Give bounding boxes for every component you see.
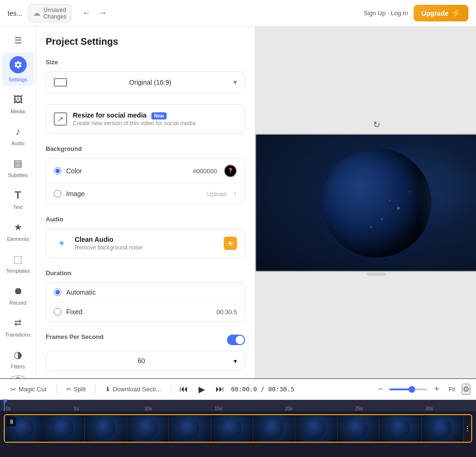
- ruler-mark-30s: 30s: [426, 406, 433, 411]
- magic-icon: ✂: [10, 386, 16, 393]
- automatic-radio[interactable]: [54, 288, 61, 296]
- magic-cut-button[interactable]: ✂ Magic Cut: [6, 383, 51, 396]
- sidebar-item-audio[interactable]: ♪ Audio: [2, 120, 34, 150]
- redo-button[interactable]: →: [95, 6, 109, 20]
- size-dropdown[interactable]: Original (16:9) ▾: [46, 71, 245, 93]
- fps-section-label: Frames Per Second: [46, 333, 103, 340]
- hamburger-button[interactable]: ☰: [10, 30, 27, 50]
- zoom-out-button[interactable]: −: [375, 383, 386, 395]
- resize-card[interactable]: ↗ Resize for social media New Create new…: [46, 104, 245, 134]
- sidebar-item-text[interactable]: T Text: [2, 184, 34, 214]
- help-button[interactable]: ?: [10, 375, 27, 378]
- color-swatch[interactable]: 📍: [224, 164, 237, 178]
- zoom-in-button[interactable]: +: [431, 383, 442, 395]
- log-in-link[interactable]: Log In: [391, 10, 408, 17]
- playhead: [4, 400, 5, 411]
- resize-description: Create new version of this video for soc…: [73, 120, 196, 127]
- sidebar-item-media[interactable]: 🖼 Media: [2, 88, 34, 118]
- track-frame-2: [85, 415, 127, 442]
- clean-audio-upgrade-button[interactable]: +: [224, 237, 237, 250]
- color-radio[interactable]: [54, 167, 61, 175]
- upload-button[interactable]: Upload: [207, 190, 227, 198]
- time-display: 00:00.0 / 00:30.5: [231, 386, 294, 393]
- color-row: Color #000000 📍: [46, 159, 245, 183]
- upgrade-label: Upgrade: [421, 10, 448, 17]
- sidebar-item-record[interactable]: ⏺ Record: [2, 279, 34, 309]
- resize-handle[interactable]: [367, 273, 386, 276]
- split-button[interactable]: ✂ Split: [61, 383, 90, 395]
- track-frame-3: [127, 415, 169, 442]
- play-pause-button[interactable]: ▶: [195, 382, 209, 397]
- playhead-head: [2, 399, 8, 403]
- text-icon: T: [10, 188, 26, 203]
- total-time: 00:30.5: [268, 386, 294, 393]
- current-time: 00:00.0: [231, 386, 257, 393]
- fps-section: Frames Per Second 60 ▾: [46, 333, 245, 371]
- split-label: Split: [74, 386, 86, 393]
- resize-icon: ↗: [54, 112, 67, 126]
- next-button[interactable]: ⏭: [213, 382, 227, 397]
- duration-section-label: Duration: [46, 269, 245, 277]
- topbar-nav: ← →: [79, 6, 109, 20]
- undo-button[interactable]: ←: [79, 6, 93, 20]
- upgrade-button[interactable]: Upgrade ⚡: [414, 5, 468, 21]
- track-thumbnail: ⏸: [5, 415, 43, 442]
- fps-dropdown[interactable]: 60 ▾: [46, 351, 245, 371]
- sidebar-media-label: Media: [11, 109, 25, 114]
- sign-up-link[interactable]: Sign Up: [364, 10, 386, 17]
- fixed-radio[interactable]: [54, 308, 61, 316]
- divider: [171, 385, 172, 394]
- track-end-handle[interactable]: ⋮: [464, 415, 471, 442]
- zoom-slider[interactable]: [389, 388, 427, 390]
- audio-section-label: Audio: [46, 216, 245, 223]
- image-row: Image Upload ↑: [46, 184, 245, 204]
- duration-section: Duration Automatic Fixed 00:30.5: [46, 269, 245, 322]
- download-section-label: Download Secti…: [113, 386, 162, 393]
- sidebar-item-transitions[interactable]: ⇄ Transitions: [2, 311, 34, 341]
- timeline-settings-button[interactable]: ⚙: [462, 384, 470, 395]
- fps-value: 60: [54, 357, 229, 365]
- sidebar-subtitles-label: Subtitles: [8, 172, 28, 178]
- drag-handle-icon: ⋮: [464, 425, 471, 432]
- fixed-value: 00:30.5: [217, 308, 237, 316]
- ruler-mark-0s: 0s: [6, 406, 11, 411]
- download-section-button[interactable]: ⬇ Download Secti…: [100, 383, 167, 395]
- topbar-filename: tes...: [8, 10, 22, 17]
- video-preview-container: ↻: [255, 134, 476, 272]
- video-preview: [255, 134, 476, 272]
- ruler-mark-15s: 15s: [215, 406, 222, 411]
- sidebar-item-templates[interactable]: ⬚ Templates: [2, 248, 34, 278]
- sidebar-settings-label: Settings: [9, 77, 28, 82]
- sidebar-record-label: Record: [10, 300, 26, 306]
- timeline-track: ⏸ ⋮: [0, 411, 476, 457]
- track-pause-overlay: ⏸: [7, 417, 16, 427]
- prev-button[interactable]: ⏮: [177, 382, 191, 397]
- chevron-down-icon: ▾: [233, 78, 237, 87]
- settings-panel: Project Settings Size Original (16:9) ▾ …: [36, 27, 255, 378]
- page-title: Project Settings: [46, 36, 245, 47]
- timeline-area: ✂ Magic Cut ✂ Split ⬇ Download Secti… ⏮ …: [0, 378, 476, 457]
- ruler-mark-20s: 20s: [285, 406, 292, 411]
- settings-icon: [14, 60, 22, 69]
- main-area: ☰ Settings 🖼 Media ♪ Audio ▤ Subtitles T…: [0, 27, 476, 378]
- track-frame-4: [169, 415, 211, 442]
- image-radio[interactable]: [54, 190, 61, 198]
- sidebar-item-settings[interactable]: Settings: [2, 52, 34, 86]
- sidebar-item-elements[interactable]: ★ Elements: [2, 216, 34, 246]
- track-frame-5: [211, 415, 253, 442]
- background-section-label: Background: [46, 145, 245, 152]
- earth-glow: [419, 159, 431, 247]
- fps-toggle[interactable]: [227, 335, 245, 345]
- fit-button[interactable]: Fit: [446, 384, 458, 395]
- sidebar: ☰ Settings 🖼 Media ♪ Audio ▤ Subtitles T…: [0, 27, 36, 378]
- size-value: Original (16:9): [72, 79, 228, 86]
- bolt-icon: ⚡: [451, 9, 461, 18]
- rotate-handle[interactable]: ↻: [373, 119, 380, 130]
- color-swatch-icon: 📍: [227, 168, 234, 174]
- magic-cut-label: Magic Cut: [19, 386, 47, 393]
- sidebar-item-subtitles[interactable]: ▤ Subtitles: [2, 152, 34, 182]
- sidebar-item-filters[interactable]: ◑ Filters: [2, 343, 34, 373]
- automatic-row: Automatic: [46, 283, 245, 302]
- clean-audio-title: Clean Audio: [75, 236, 218, 243]
- upload-icon[interactable]: ↑: [233, 189, 237, 198]
